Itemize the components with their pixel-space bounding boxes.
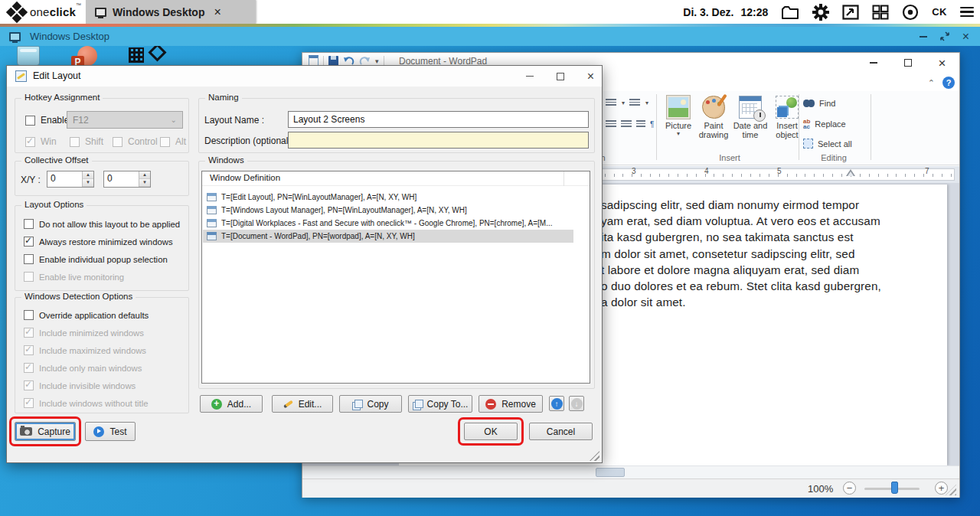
checkbox-popup-selection[interactable]: ✓ Enable individual popup selection — [24, 254, 168, 264]
paragraph-dialog-icon[interactable]: ¶ — [650, 120, 654, 129]
window-definition-row[interactable]: T=[Windows Layout Manager], PN=[WinLayou… — [203, 204, 573, 217]
insert-object-button[interactable]: Insert object — [769, 94, 805, 162]
remove-button[interactable]: Remove — [479, 395, 543, 413]
list-column-header[interactable]: Window Definition — [202, 171, 590, 186]
copy-button[interactable]: Copy — [339, 395, 402, 413]
window-definition-row[interactable]: T=[Digital Workplaces - Fast and Secure … — [203, 217, 573, 230]
close-icon[interactable]: × — [962, 31, 969, 43]
date-time-button[interactable]: Date and time — [733, 94, 768, 162]
picture-button[interactable]: Picture ▾ — [661, 94, 696, 162]
menu-button[interactable] — [960, 7, 974, 18]
checkbox-do-not-allow-apply[interactable]: ✓ Do not allow this layout to be applied — [24, 219, 180, 229]
chevron-down-icon: ⌄ — [171, 116, 177, 124]
picture-icon — [667, 96, 690, 119]
paragraph-align-controls[interactable]: ¶ — [606, 120, 654, 129]
group-divider — [656, 94, 657, 160]
checkbox-include-minimized[interactable]: ✓ Include minimized windows — [24, 328, 144, 338]
indent-marker[interactable] — [846, 169, 855, 176]
oneclick-brand[interactable]: oneclick™ — [9, 0, 81, 24]
edit-label: Edit... — [299, 399, 322, 410]
diamond-outline — [148, 43, 166, 61]
find-button[interactable]: Find — [803, 99, 835, 108]
checkbox-always-restore[interactable]: ✓ Always restore minimized windows — [24, 237, 173, 247]
spin-down-icon[interactable]: ▼ — [139, 179, 150, 187]
capture-button[interactable]: Capture — [15, 422, 76, 441]
checkbox-override-defaults[interactable]: ✓ Override application defaults — [24, 310, 149, 320]
grid-layout-button[interactable] — [872, 5, 889, 20]
checkbox-shift[interactable]: ✓ Shift — [70, 136, 103, 147]
dialog-resize-grip[interactable] — [590, 451, 599, 461]
replace-button[interactable]: abac Replace — [803, 119, 846, 129]
settings-button[interactable] — [812, 4, 829, 21]
maximize-icon[interactable] — [557, 73, 564, 80]
collapse-ribbon-icon[interactable]: ⌃ — [928, 78, 935, 88]
window-definition-row[interactable]: T=[Edit Layout], PN=[WinLayoutManager], … — [203, 191, 573, 204]
spinner-buttons[interactable]: ▲▼ — [139, 171, 150, 187]
add-button[interactable]: + Add... — [200, 395, 263, 413]
clock-time: 12:28 — [740, 6, 768, 18]
cancel-button[interactable]: Cancel — [529, 423, 593, 440]
maximize-button[interactable] — [890, 53, 925, 73]
layout-options-group-label: Layout Options — [21, 200, 87, 209]
checkbox-win[interactable]: ✓ Win — [25, 136, 57, 147]
checkbox-label: Include maximized windows — [39, 346, 146, 355]
spinner-buttons[interactable]: ▲▼ — [82, 171, 93, 187]
bullet-list-icon — [606, 99, 616, 107]
zoom-in-button[interactable]: + — [935, 482, 948, 495]
horizontal-scrollbar[interactable] — [302, 465, 959, 478]
windows-listbox[interactable]: Window Definition T=[Edit Layout], PN=[W… — [201, 171, 590, 384]
recycle-bin-icon[interactable] — [17, 46, 40, 66]
tab-windows-desktop[interactable]: Windows Desktop × — [86, 0, 256, 24]
paint-drawing-button[interactable]: Paint drawing — [696, 94, 731, 162]
restore-icon[interactable] — [939, 31, 950, 41]
checkbox-only-main[interactable]: ✓ Include only main windows — [24, 363, 142, 373]
ok-button[interactable]: OK — [464, 423, 518, 440]
move-up-button[interactable]: ↑ — [549, 396, 564, 411]
checkbox-label: Enable live monitoring — [39, 273, 124, 282]
checkbox-include-maximized[interactable]: ✓ Include maximized windows — [24, 345, 146, 355]
fullscreen-button[interactable] — [842, 5, 859, 20]
checkbox-alt[interactable]: ✓ Alt — [160, 136, 186, 147]
checkbox-include-invisible[interactable]: ✓ Include invisible windows — [24, 380, 136, 390]
brand-name: oneclick™ — [30, 5, 81, 18]
help-icon[interactable]: ? — [942, 77, 955, 89]
edit-button[interactable]: Edit... — [272, 395, 333, 413]
copy-to-button[interactable]: Copy To... — [408, 395, 472, 413]
move-down-button[interactable]: ↓ — [569, 396, 584, 411]
spin-up-icon[interactable]: ▲ — [139, 171, 150, 179]
paragraph-list-controls[interactable]: ▾ ▾ — [606, 99, 648, 107]
scrollbar-thumb[interactable] — [596, 468, 625, 477]
topbar-right: Di. 3. Dez. 12:28 CK — [683, 0, 974, 24]
select-all-button[interactable]: Select all — [803, 139, 852, 149]
oneclick-topbar: oneclick™ Windows Desktop × Di. 3. Dez. … — [0, 0, 980, 24]
user-initials[interactable]: CK — [932, 6, 947, 18]
close-button[interactable]: × — [925, 53, 959, 73]
offset-y-spinner[interactable]: 0 ▲▼ — [103, 171, 151, 188]
windows-group-label: Windows — [205, 155, 247, 165]
dialog-titlebar[interactable]: Edit Layout × — [7, 66, 602, 87]
minimize-button[interactable] — [856, 53, 890, 73]
minimize-icon[interactable] — [920, 36, 927, 38]
tab-close-icon[interactable]: × — [214, 6, 220, 18]
checkbox-without-title[interactable]: ✓ Include windows without title — [24, 398, 149, 408]
checkbox-enable-hotkey[interactable]: ✓ Enable — [25, 115, 69, 126]
desktop-window-titlebar[interactable]: Windows Desktop × — [0, 27, 980, 46]
checkbox-live-monitoring[interactable]: ✓ Enable live monitoring — [24, 272, 124, 282]
offset-x-spinner[interactable]: 0 ▲▼ — [47, 171, 94, 188]
checkbox-label: Win — [41, 136, 57, 147]
qat-dropdown-icon[interactable]: ▾ — [375, 57, 379, 65]
close-icon[interactable]: × — [587, 70, 594, 83]
layout-name-input[interactable]: Layout 2 Screens — [288, 111, 589, 128]
description-input[interactable] — [288, 132, 589, 149]
spin-up-icon[interactable]: ▲ — [83, 171, 93, 179]
test-button[interactable]: Test — [85, 422, 136, 441]
files-button[interactable] — [781, 5, 799, 20]
minimize-icon[interactable] — [526, 76, 534, 77]
zoom-out-button[interactable]: − — [843, 482, 856, 495]
zoom-slider-thumb[interactable] — [891, 482, 898, 494]
hotkey-key-select[interactable]: F12 ⌄ — [67, 111, 183, 129]
checkbox-control[interactable]: ✓ Control — [113, 136, 158, 147]
spin-down-icon[interactable]: ▼ — [83, 179, 93, 187]
record-button[interactable] — [902, 4, 919, 21]
window-definition-row-selected[interactable]: T=[Document - WordPad], PN=[wordpad], A=… — [203, 230, 573, 243]
